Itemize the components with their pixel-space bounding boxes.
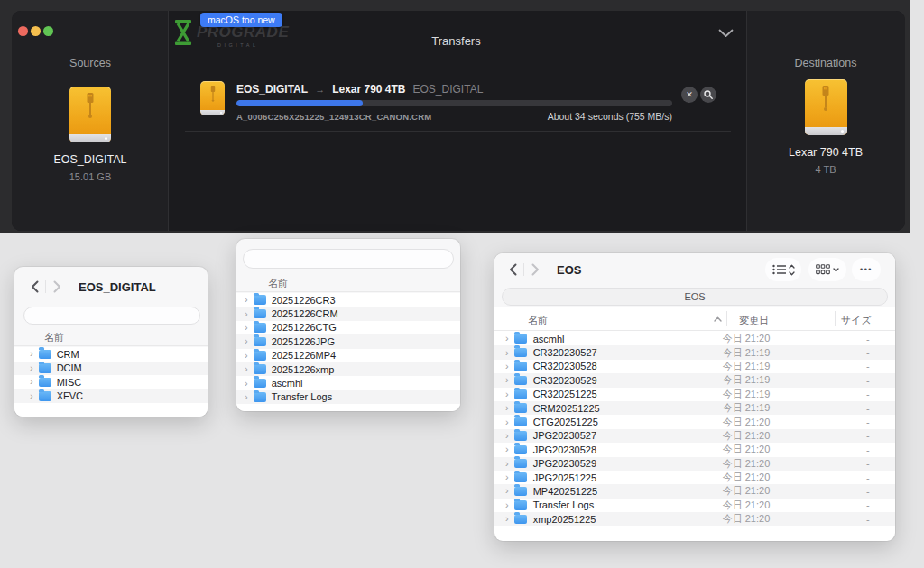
disclosure-chevron-icon[interactable]: › xyxy=(505,348,509,358)
view-sort-button[interactable] xyxy=(765,258,801,281)
table-row[interactable]: › JPG20230528 今日 21:20 - xyxy=(494,443,895,456)
prograde-wordmark-sub: DIGITAL xyxy=(217,42,259,48)
disclosure-chevron-icon[interactable]: › xyxy=(245,295,248,305)
folder-icon xyxy=(514,403,527,413)
path-bar[interactable]: EOS xyxy=(502,288,888,306)
list-item[interactable]: › 20251226CTG xyxy=(236,321,460,334)
minimize-window-button[interactable] xyxy=(31,26,41,36)
disclosure-chevron-icon[interactable]: › xyxy=(245,351,248,361)
list-item[interactable]: › MISC xyxy=(14,375,208,389)
group-by-button[interactable] xyxy=(808,258,846,281)
table-row[interactable]: › CRM20251225 今日 21:19 - xyxy=(494,401,895,415)
back-button[interactable] xyxy=(502,259,523,280)
forward-button[interactable] xyxy=(46,276,68,298)
disclosure-chevron-icon[interactable]: › xyxy=(30,391,33,401)
disclosure-chevron-icon[interactable]: › xyxy=(505,362,509,371)
list-item[interactable]: › 20251226xmp xyxy=(236,362,460,376)
zoom-window-button[interactable] xyxy=(43,26,53,36)
forward-button[interactable] xyxy=(524,259,546,280)
folder-icon xyxy=(514,431,527,441)
disclosure-chevron-icon[interactable]: › xyxy=(505,389,509,399)
table-row[interactable]: › CR320251225 今日 21:19 - xyxy=(494,388,895,401)
list-item[interactable]: › DCIM xyxy=(14,362,208,376)
macos-warning-tooltip: macOS too new xyxy=(200,13,282,27)
transfer-volume-name: EOS_DIGITAL xyxy=(413,83,484,96)
folder-icon xyxy=(514,472,527,482)
prograde-logo-icon xyxy=(173,19,193,46)
disclosure-chevron-icon[interactable]: › xyxy=(30,363,33,373)
chevron-down-icon[interactable] xyxy=(718,29,734,38)
column-header-date[interactable]: 変更日 xyxy=(739,314,769,327)
folder-icon xyxy=(39,391,51,401)
transfer-progress-bar xyxy=(236,100,672,106)
disclosure-chevron-icon[interactable]: › xyxy=(245,379,248,389)
column-header-name[interactable]: 名前 xyxy=(528,314,548,327)
folder-icon xyxy=(39,363,51,373)
table-row[interactable]: › MP420251225 今日 21:20 - xyxy=(494,484,895,498)
folder-icon xyxy=(514,500,527,510)
column-header-size[interactable]: サイズ xyxy=(841,314,872,327)
list-item[interactable]: › CRM xyxy=(14,347,208,362)
destination-drive-tile[interactable]: Lexar 790 4TB 4 TB xyxy=(746,79,905,175)
disclosure-chevron-icon[interactable]: › xyxy=(505,444,509,454)
list-item[interactable]: › 20251226CRM xyxy=(236,307,460,320)
list-item[interactable]: › Transfer Logs xyxy=(236,390,460,404)
table-row[interactable]: › xmp20251225 今日 21:20 - xyxy=(494,512,895,526)
disclosure-chevron-icon[interactable]: › xyxy=(245,309,248,319)
table-row[interactable]: › CR320230529 今日 21:19 - xyxy=(494,373,895,387)
list-item[interactable]: › ascmhl xyxy=(236,376,460,389)
table-row[interactable]: › CR320230527 今日 21:19 - xyxy=(494,345,895,359)
disclosure-chevron-icon[interactable]: › xyxy=(505,375,509,385)
disclosure-chevron-icon[interactable]: › xyxy=(505,486,509,496)
source-drive-tile[interactable]: EOS_DIGITAL 15.01 GB xyxy=(12,87,169,182)
finder-window-eos: EOS ••• EOS 名前 変更日 xyxy=(494,253,895,541)
back-button[interactable] xyxy=(23,276,45,298)
list-item[interactable]: › 20251226JPG xyxy=(236,334,460,348)
search-field[interactable] xyxy=(23,307,200,325)
divider xyxy=(185,131,731,132)
disclosure-chevron-icon[interactable]: › xyxy=(505,472,509,482)
disclosure-chevron-icon[interactable]: › xyxy=(30,377,33,387)
column-header-name[interactable]: 名前 xyxy=(44,331,64,344)
disclosure-chevron-icon[interactable]: › xyxy=(505,334,509,344)
disclosure-chevron-icon[interactable]: › xyxy=(245,336,248,346)
file-list: › 20251226CR3 › 20251226CRM › 20251226CT… xyxy=(236,293,460,411)
table-row[interactable]: › ascmhl 今日 21:20 - xyxy=(494,332,895,345)
disclosure-chevron-icon[interactable]: › xyxy=(245,364,248,374)
table-row[interactable]: › JPG20251225 今日 21:20 - xyxy=(494,471,895,484)
folder-icon xyxy=(254,337,266,347)
window-title: EOS_DIGITAL xyxy=(79,280,156,294)
destination-drive-name: Lexar 790 4TB xyxy=(746,146,905,159)
disclosure-chevron-icon[interactable]: › xyxy=(505,500,509,510)
disclosure-chevron-icon[interactable]: › xyxy=(245,323,248,333)
folder-icon xyxy=(254,309,266,319)
table-row[interactable]: › JPG20230527 今日 21:20 - xyxy=(494,429,895,443)
list-item[interactable]: › XFVC xyxy=(14,389,208,404)
table-row[interactable]: › CR320230528 今日 21:19 - xyxy=(494,360,895,373)
list-item[interactable]: › 20251226MP4 xyxy=(236,349,460,362)
cancel-transfer-button[interactable]: ✕ xyxy=(681,87,698,103)
disclosure-chevron-icon[interactable]: › xyxy=(505,431,509,441)
list-item[interactable]: › 20251226CR3 xyxy=(236,293,460,307)
disclosure-chevron-icon[interactable]: › xyxy=(245,392,248,402)
source-drive-name: EOS_DIGITAL xyxy=(12,153,169,166)
usb-icon xyxy=(84,93,97,120)
more-options-button[interactable]: ••• xyxy=(852,258,881,281)
close-window-button[interactable] xyxy=(18,26,28,36)
disclosure-chevron-icon[interactable]: › xyxy=(505,514,509,524)
disclosure-chevron-icon[interactable]: › xyxy=(505,417,509,427)
folder-icon xyxy=(514,362,527,371)
disclosure-chevron-icon[interactable]: › xyxy=(30,349,33,359)
column-header-name[interactable]: 名前 xyxy=(268,277,288,290)
disclosure-chevron-icon[interactable]: › xyxy=(505,459,509,469)
folder-icon xyxy=(514,348,527,358)
table-row[interactable]: › JPG20230529 今日 21:20 - xyxy=(494,457,895,471)
table-row[interactable]: › CTG20251225 今日 21:20 - xyxy=(494,415,895,428)
search-field[interactable] xyxy=(243,249,454,269)
table-row[interactable]: › Transfer Logs 今日 21:20 - xyxy=(494,499,895,512)
arrow-right-icon: → xyxy=(315,84,325,95)
inspect-transfer-button[interactable] xyxy=(700,87,716,103)
disclosure-chevron-icon[interactable]: › xyxy=(505,403,509,413)
transfer-app-window: Sources Destinations EOS_DIGITAL 15.01 G… xyxy=(12,11,905,231)
folder-icon xyxy=(514,515,527,525)
